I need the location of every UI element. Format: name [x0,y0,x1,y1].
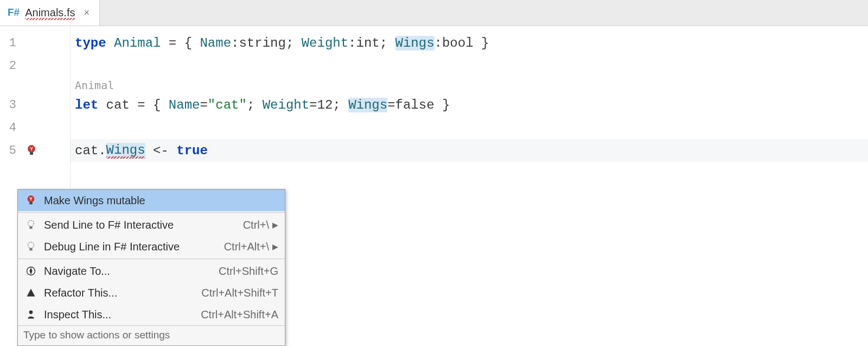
popup-item-make-mutable[interactable]: Y Make Wings mutable [18,190,285,211]
popup-item-label: Navigate To... [44,265,212,278]
popup-item-label: Make Wings mutable [44,194,278,207]
code-line[interactable]: type Animal = { Name:string; Weight:int;… [71,32,868,54]
refactor-icon [24,287,37,298]
code-line[interactable] [71,54,868,77]
popup-shortcut: Ctrl+Alt+Shift+T [201,287,278,299]
field-name: Name [200,36,231,51]
popup-shortcut: Ctrl+Alt+Shift+A [201,309,278,321]
svg-rect-4 [29,202,33,205]
popup-shortcut: Ctrl+Shift+G [219,265,278,278]
error-identifier: Wings [106,143,145,159]
text: :int; [348,36,395,51]
close-tab-icon[interactable]: × [84,7,90,18]
editor: 1 2 3 4 5 Y type Animal = { Name:string;… [0,26,868,346]
code-line[interactable]: let cat = { Name="cat"; Weight=12; Wings… [71,93,868,116]
submenu-arrow-icon: ▶ [272,242,278,251]
svg-rect-7 [29,227,33,229]
inspect-icon [24,309,37,320]
line-number: 1 [5,36,16,50]
line-number: 3 [5,98,16,112]
keyword: true [176,143,208,158]
field-name: Weight [302,36,348,51]
popup-item-label: Inspect This... [44,309,194,321]
file-tab[interactable]: F# Animals.fs × [0,0,100,26]
quickfix-bulb-icon: Y [24,194,37,206]
text: = [200,98,207,112]
code-line[interactable] [71,116,868,139]
popup-item-label: Refactor This... [44,287,195,299]
divider [18,259,285,259]
field-name: Weight [263,98,309,112]
text: cat. [75,143,106,158]
popup-item-send-line[interactable]: Send Line to F# Interactive Ctrl+\▶ [18,214,285,236]
text: ; [247,98,263,112]
divider [18,212,285,213]
text: =false } [387,98,450,112]
field-name: Name [169,98,200,112]
line-number: 2 [5,59,16,73]
line-number: 5 [5,144,16,158]
popup-footer-hint: Type to show actions or settings [18,325,285,345]
lightbulb-outline-icon [24,219,37,231]
popup-shortcut: Ctrl+\▶ [243,219,278,231]
line-number: 4 [5,121,16,135]
tab-filename: Animals.fs [25,7,75,19]
inlay-hint: Animal [75,79,114,92]
popup-shortcut: Ctrl+Alt+\▶ [224,241,278,253]
field-name-highlighted: Wings [395,36,435,51]
popup-item-refactor-this[interactable]: Refactor This... Ctrl+Alt+Shift+T [18,282,285,304]
string-literal: "cat" [208,98,247,112]
fsharp-badge-icon: F# [8,7,20,18]
svg-point-8 [28,242,34,248]
popup-item-debug-line[interactable]: Debug Line in F# Interactive Ctrl+Alt+\▶ [18,236,285,257]
svg-point-6 [28,221,34,227]
tab-bar: F# Animals.fs × [0,0,868,26]
field-name-highlighted: Wings [348,98,387,112]
text: :bool } [435,36,489,51]
code-line-current[interactable]: cat.Wings <- true [71,139,868,162]
svg-text:Y: Y [29,197,33,202]
text: = { [161,36,200,51]
text: :string; [231,36,302,51]
text: =12; [309,98,348,112]
popup-item-label: Send Line to F# Interactive [44,219,237,231]
svg-rect-1 [30,152,33,155]
text: cat = { [98,98,169,112]
submenu-arrow-icon: ▶ [272,221,278,229]
keyword: let [75,98,98,112]
popup-item-inspect-this[interactable]: Inspect This... Ctrl+Alt+Shift+A [18,304,285,325]
inlay-hint-row: Animal [71,77,868,93]
popup-item-label: Debug Line in F# Interactive [44,241,218,253]
quickfix-popup: Y Make Wings mutable Send Line to F# Int… [17,189,285,346]
compass-icon [24,266,37,276]
svg-text:Y: Y [30,146,33,152]
text: <- [145,143,177,158]
lightbulb-outline-icon [24,241,37,253]
svg-point-11 [29,311,33,314]
keyword: type [75,36,106,51]
type-name: Animal [114,36,161,51]
popup-item-navigate-to[interactable]: Navigate To... Ctrl+Shift+G [18,260,285,282]
quickfix-bulb-icon[interactable]: Y [25,144,38,157]
svg-rect-9 [29,248,33,251]
